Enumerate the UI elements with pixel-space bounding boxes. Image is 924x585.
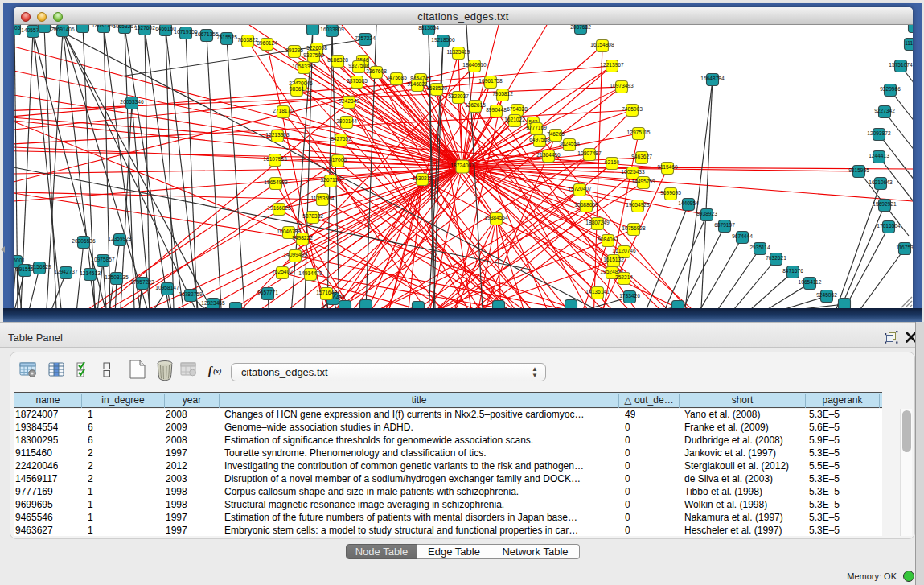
svg-text:3267110: 3267110 [320, 177, 341, 183]
svg-text:14136141: 14136141 [585, 289, 610, 295]
svg-text:1588520: 1588520 [426, 85, 447, 91]
svg-text:20206536: 20206536 [72, 238, 96, 244]
svg-text:19218506: 19218506 [431, 37, 455, 43]
svg-text:1405: 1405 [14, 25, 21, 31]
svg-text:9463627: 9463627 [631, 154, 652, 159]
svg-text:16782759: 16782759 [179, 291, 203, 297]
svg-text:9699695: 9699695 [660, 190, 681, 196]
svg-text:9674444: 9674444 [732, 233, 753, 239]
svg-text:9777169: 9777169 [526, 125, 547, 130]
svg-text:1362615: 1362615 [465, 102, 486, 108]
svg-text:746266: 746266 [547, 131, 565, 137]
svg-text:12213363: 12213363 [265, 132, 290, 138]
svg-text:8990448: 8990448 [486, 107, 507, 113]
svg-text:1615132: 1615132 [603, 257, 624, 262]
svg-text:7625402: 7625402 [272, 269, 293, 274]
svg-text:19654983: 19654983 [264, 179, 288, 185]
svg-text:6879197: 6879197 [714, 222, 735, 228]
svg-text:8960124: 8960124 [257, 40, 277, 46]
svg-text:12503135: 12503135 [105, 274, 129, 280]
svg-text:435001: 435001 [14, 257, 25, 263]
svg-text:12359928: 12359928 [108, 236, 132, 241]
svg-text:20691406: 20691406 [51, 27, 75, 32]
svg-text:98361: 98361 [290, 86, 305, 92]
svg-text:8813054: 8813054 [418, 25, 439, 31]
svg-text:10975857: 10975857 [91, 257, 115, 262]
svg-text:891295: 891295 [285, 47, 303, 53]
svg-text:15751074: 15751074 [889, 62, 913, 68]
svg-text:2087682: 2087682 [570, 25, 591, 30]
svg-text:8186328: 8186328 [327, 57, 348, 63]
svg-text:6466160: 6466160 [155, 26, 176, 31]
svg-text:3475685: 3475685 [386, 75, 407, 80]
svg-text:1571648: 1571648 [316, 290, 337, 295]
svg-text:16033809: 16033809 [320, 27, 344, 32]
svg-text:9657771: 9657771 [257, 290, 278, 295]
svg-text:16154808: 16154808 [590, 42, 614, 47]
svg-text:9498222: 9498222 [292, 235, 313, 241]
svg-text:11353594: 11353594 [311, 196, 335, 201]
svg-text:7632621: 7632621 [766, 255, 786, 261]
svg-text:12942737: 12942737 [54, 269, 78, 274]
svg-text:19384554: 19384554 [484, 215, 508, 220]
svg-text:1440954: 1440954 [678, 200, 699, 206]
svg-text:14099489: 14099489 [283, 252, 307, 257]
svg-text:10653267: 10653267 [113, 25, 137, 29]
svg-text:14495759: 14495759 [631, 179, 655, 184]
svg-text:10688609: 10688609 [574, 202, 598, 208]
svg-text:15692921: 15692921 [873, 201, 897, 207]
svg-text:10654112: 10654112 [799, 279, 822, 285]
svg-text:20053346: 20053346 [120, 99, 144, 105]
svg-text:2803144: 2803144 [336, 118, 357, 124]
svg-text:9329966: 9329966 [880, 86, 901, 92]
svg-text:62160: 62160 [605, 159, 620, 165]
svg-text:18640910: 18640910 [462, 62, 487, 68]
svg-text:16648784: 16648784 [700, 76, 725, 81]
svg-text:6794028: 6794028 [507, 106, 528, 112]
svg-text:17016504: 17016504 [877, 223, 901, 229]
svg-text:6497568: 6497568 [529, 137, 550, 142]
svg-text:1244413: 1244413 [869, 153, 889, 159]
svg-text:11325419: 11325419 [447, 49, 470, 55]
svg-text:19654923: 19654923 [626, 202, 650, 208]
svg-text:9215955: 9215955 [848, 167, 869, 173]
svg-text:8427552: 8427552 [331, 136, 351, 142]
svg-text:18807249: 18807249 [585, 220, 610, 225]
svg-text:417006: 417006 [329, 157, 347, 163]
svg-text:5878332: 5878332 [302, 213, 323, 219]
svg-text:1112: 1112 [905, 40, 913, 46]
svg-text:116753: 116753 [896, 245, 913, 250]
svg-text:12975115: 12975115 [627, 130, 651, 135]
svg-text:12923465: 12923465 [201, 300, 225, 306]
svg-text:3624554: 3624554 [559, 141, 580, 146]
svg-text:9146821: 9146821 [407, 81, 428, 87]
svg-text:10025433: 10025433 [621, 169, 645, 175]
svg-text:9115460: 9115460 [657, 164, 678, 170]
svg-text:3875685: 3875685 [347, 78, 368, 84]
svg-text:12093872: 12093872 [867, 130, 891, 136]
svg-text:2367608: 2367608 [366, 68, 387, 74]
svg-text:2718170: 2718170 [273, 108, 294, 113]
svg-text:9084067: 9084067 [598, 237, 618, 242]
svg-text:12213967: 12213967 [600, 62, 624, 68]
svg-text:1530211: 1530211 [412, 175, 433, 181]
svg-text:12156829: 12156829 [27, 264, 51, 270]
svg-text:19166825: 19166825 [267, 205, 291, 211]
svg-text:16210643: 16210643 [869, 179, 893, 185]
svg-text:8938923: 8938923 [696, 211, 717, 216]
svg-text:7663822: 7663822 [237, 37, 258, 43]
svg-text:10756928: 10756928 [622, 225, 646, 231]
svg-text:5322037: 5322037 [448, 93, 469, 99]
svg-text:7955812: 7955812 [492, 91, 513, 97]
svg-text:252214: 252214 [615, 274, 633, 280]
svg-text:(x): (x) [213, 367, 222, 375]
svg-text:9327508: 9327508 [348, 63, 369, 68]
svg-text:1733426: 1733426 [619, 293, 640, 299]
svg-text:16107553: 16107553 [263, 156, 287, 162]
svg-text:1214513: 1214513 [80, 270, 101, 276]
svg-text:8471676: 8471676 [782, 268, 803, 274]
svg-text:10958147: 10958147 [155, 285, 179, 290]
svg-text:16120746: 16120746 [612, 248, 636, 253]
svg-text:9327509: 9327509 [303, 52, 324, 58]
svg-text:17957223: 17957223 [130, 279, 154, 285]
